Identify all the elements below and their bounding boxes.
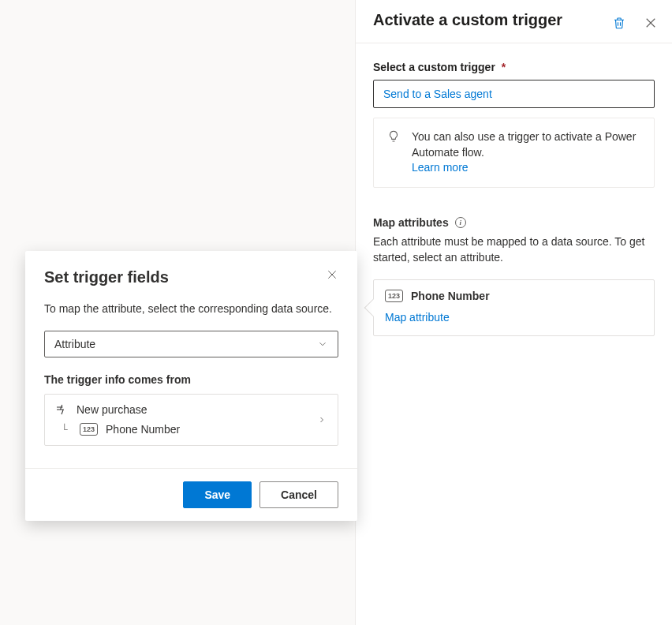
popover-description: To map the attribute, select the corresp… (44, 301, 338, 316)
close-popover-button[interactable] (326, 268, 338, 281)
select-trigger-label: Select a custom trigger * (373, 61, 655, 73)
delete-button[interactable] (612, 16, 626, 30)
custom-trigger-select[interactable]: Send to a Sales agent (373, 80, 655, 108)
info-icon[interactable]: i (455, 217, 466, 228)
popover-title: Set trigger fields (44, 268, 169, 286)
number-type-icon: 123 (385, 290, 403, 302)
map-attributes-heading-text: Map attributes (373, 216, 449, 229)
close-panel-button[interactable] (644, 16, 658, 30)
chevron-right-icon (317, 415, 327, 425)
lightbulb-icon (386, 129, 401, 144)
close-icon (644, 16, 658, 30)
map-attributes-section: Map attributes i Each attribute must be … (373, 216, 655, 337)
panel-header: Activate a custom trigger (356, 0, 672, 43)
map-attribute-link[interactable]: Map attribute (385, 311, 450, 324)
close-icon (326, 268, 338, 281)
set-trigger-fields-popover: Set trigger fields To map the attribute,… (25, 251, 357, 521)
panel-actions (612, 9, 658, 30)
trigger-source-root-label: New purchase (77, 403, 147, 416)
trigger-icon (54, 402, 69, 417)
panel-title: Activate a custom trigger (373, 9, 562, 30)
trigger-source-child-label: Phone Number (106, 423, 180, 436)
info-box: You can also use a trigger to activate a… (373, 118, 655, 188)
attribute-title-row: 123 Phone Number (385, 290, 643, 302)
trash-icon (612, 16, 626, 30)
tree-branch-icon: └ (58, 424, 72, 436)
attribute-card[interactable]: 123 Phone Number Map attribute (373, 279, 655, 336)
attribute-dropdown[interactable]: Attribute (44, 331, 338, 357)
info-text-body: You can also use a trigger to activate a… (412, 130, 636, 159)
chevron-down-icon (317, 339, 328, 350)
trigger-info-label: The trigger info comes from (44, 373, 338, 386)
popover-header: Set trigger fields (44, 268, 338, 286)
select-trigger-label-text: Select a custom trigger (373, 61, 495, 73)
number-type-icon: 123 (80, 423, 98, 436)
attribute-card-pointer (364, 299, 383, 317)
info-text: You can also use a trigger to activate a… (412, 129, 641, 176)
selected-trigger-value: Send to a Sales agent (383, 88, 492, 100)
learn-more-link[interactable]: Learn more (412, 161, 469, 174)
activate-trigger-panel: Activate a custom trigger Select a cus (355, 0, 672, 625)
required-marker: * (502, 61, 506, 73)
panel-content: Select a custom trigger * Send to a Sale… (356, 43, 672, 354)
attribute-title: Phone Number (411, 290, 490, 302)
trigger-source-card[interactable]: New purchase └ 123 Phone Number (44, 394, 338, 446)
map-attributes-heading: Map attributes i (373, 216, 655, 229)
cancel-button[interactable]: Cancel (259, 481, 338, 508)
dropdown-placeholder: Attribute (54, 338, 95, 350)
trigger-source-child: └ 123 Phone Number (54, 423, 328, 436)
save-button[interactable]: Save (183, 481, 252, 508)
trigger-source-root: New purchase (54, 402, 328, 417)
popover-content: Set trigger fields To map the attribute,… (25, 251, 357, 468)
popover-footer: Save Cancel (25, 468, 357, 521)
map-attributes-description: Each attribute must be mapped to a data … (373, 234, 655, 266)
